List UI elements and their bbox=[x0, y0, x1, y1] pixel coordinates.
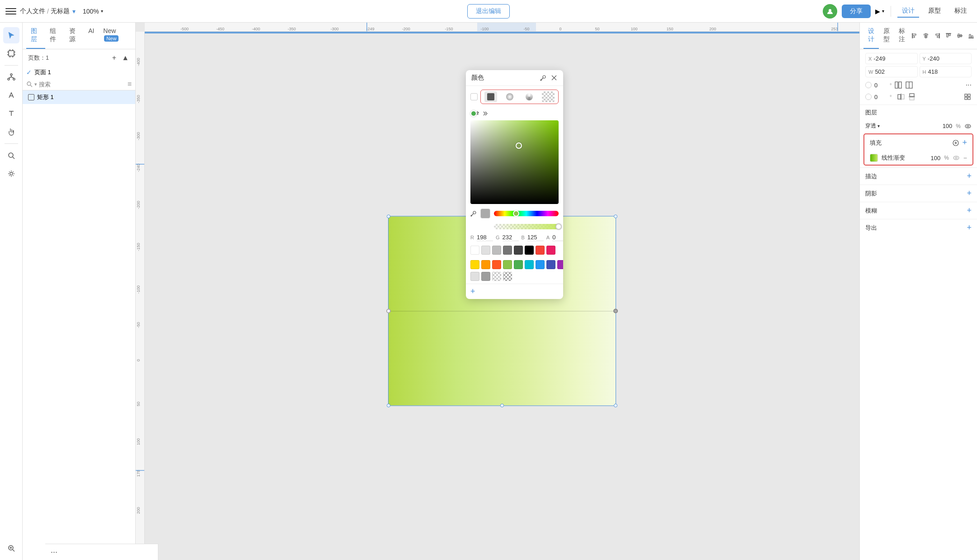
search-input[interactable] bbox=[39, 81, 128, 88]
swatch-dgray[interactable] bbox=[503, 246, 512, 255]
handle-tl[interactable] bbox=[387, 214, 390, 218]
tab-proto[interactable]: 原型 bbox=[924, 5, 945, 18]
align-top[interactable] bbox=[944, 31, 953, 41]
export-add-btn[interactable]: + bbox=[967, 223, 972, 233]
search-options[interactable]: ≡ bbox=[128, 80, 132, 88]
fill-remove-btn[interactable]: − bbox=[963, 154, 967, 161]
cp-hue-bar[interactable] bbox=[494, 211, 559, 216]
tool-hand[interactable] bbox=[3, 123, 19, 140]
blend-mode-select[interactable]: 穿透 ▾ bbox=[865, 122, 880, 130]
stroke-add-btn[interactable]: + bbox=[967, 171, 972, 181]
swatch-black[interactable] bbox=[525, 246, 534, 255]
w-field[interactable]: W 502 bbox=[865, 66, 918, 77]
swatch-check2[interactable] bbox=[503, 272, 512, 281]
run-button[interactable]: ▶ ▾ bbox=[875, 8, 884, 15]
layer-item-rect[interactable]: 矩形 1 bbox=[23, 90, 135, 104]
h-field[interactable]: H 418 bbox=[920, 66, 972, 77]
tool-text[interactable] bbox=[3, 105, 19, 122]
page-item-1[interactable]: ✓ 页面 1 bbox=[23, 66, 135, 78]
right-tab-design[interactable]: 设计 bbox=[863, 23, 879, 49]
cp-type-solid[interactable] bbox=[484, 91, 497, 102]
more-options-btn[interactable]: ··· bbox=[51, 547, 57, 557]
align-center-v[interactable] bbox=[955, 31, 965, 41]
add-page-btn[interactable]: + bbox=[111, 53, 117, 63]
cp-type-conical[interactable] bbox=[523, 91, 536, 102]
tab-layers[interactable]: 图层 bbox=[26, 23, 45, 49]
tab-ai[interactable]: AI bbox=[84, 23, 99, 49]
tab-mark[interactable]: 标注 bbox=[950, 5, 972, 18]
swatch-check1[interactable] bbox=[492, 272, 501, 281]
fill-settings-icon[interactable] bbox=[952, 139, 959, 147]
cp-alpha-handle[interactable] bbox=[555, 223, 562, 230]
swatch-orange-d[interactable] bbox=[492, 260, 501, 269]
corner-radio-2[interactable] bbox=[865, 94, 872, 100]
handle-bc[interactable] bbox=[500, 403, 504, 407]
cp-flip-btn[interactable] bbox=[482, 110, 488, 117]
swatch-yellow[interactable] bbox=[470, 260, 479, 269]
tool-frame[interactable] bbox=[3, 45, 19, 62]
swatch-red[interactable] bbox=[536, 246, 545, 255]
menu-icon[interactable] bbox=[5, 6, 16, 17]
swatch-lgray2[interactable] bbox=[470, 272, 479, 281]
tool-component[interactable] bbox=[3, 69, 19, 85]
swatch-lgray[interactable] bbox=[481, 246, 490, 255]
swatch-white[interactable] bbox=[470, 246, 479, 255]
cp-close-btn[interactable] bbox=[550, 74, 558, 81]
cp-add-color-btn[interactable]: + bbox=[470, 287, 475, 296]
y-field[interactable]: Y -240 bbox=[920, 53, 972, 64]
tool-plugins[interactable] bbox=[3, 166, 19, 182]
tool-pen[interactable] bbox=[3, 87, 19, 104]
cp-grad-handle-left[interactable] bbox=[470, 110, 477, 117]
align-bottom[interactable] bbox=[966, 31, 976, 41]
breadcrumb-title[interactable]: 无标题 bbox=[51, 7, 70, 15]
exit-edit-button[interactable]: 退出编辑 bbox=[467, 4, 510, 19]
x-field[interactable]: X -249 bbox=[865, 53, 918, 64]
b-input[interactable] bbox=[527, 234, 544, 241]
align-right[interactable] bbox=[932, 31, 942, 41]
gradient-handle-left[interactable] bbox=[386, 308, 391, 313]
resize-icon[interactable] bbox=[894, 81, 902, 89]
collapse-pages-btn[interactable]: ▲ bbox=[121, 53, 130, 63]
align-left[interactable] bbox=[910, 31, 920, 41]
swatch-lime[interactable] bbox=[503, 260, 512, 269]
shadow-add-btn[interactable]: + bbox=[967, 189, 972, 198]
fill-add-btn[interactable]: + bbox=[962, 138, 967, 147]
tab-new[interactable]: New New bbox=[99, 23, 132, 49]
swatch-mgray[interactable] bbox=[492, 246, 501, 255]
breadcrumb-personal[interactable]: 个人文件 bbox=[20, 7, 45, 15]
corner-radio-1[interactable] bbox=[865, 82, 872, 88]
blur-add-btn[interactable]: + bbox=[967, 206, 972, 215]
right-tab-proto[interactable]: 原型 bbox=[879, 23, 894, 49]
cp-type-checker[interactable] bbox=[542, 91, 555, 102]
tool-select[interactable] bbox=[3, 27, 19, 43]
flip-h-icon[interactable] bbox=[897, 93, 905, 101]
cp-eyedrop-btn[interactable] bbox=[540, 74, 547, 81]
cp-sat-handle[interactable] bbox=[516, 142, 522, 149]
handle-tr[interactable] bbox=[614, 214, 617, 218]
tab-components[interactable]: 组件 bbox=[45, 23, 64, 49]
cp-checkbox[interactable] bbox=[470, 93, 478, 100]
fill-visibility-icon[interactable] bbox=[953, 154, 960, 161]
g-input[interactable] bbox=[503, 234, 519, 241]
cp-alpha-bar[interactable] bbox=[494, 224, 559, 229]
scale-icon[interactable] bbox=[905, 81, 913, 89]
swatch-green[interactable] bbox=[514, 260, 523, 269]
tab-assets[interactable]: 资源 bbox=[65, 23, 84, 49]
gradient-handle-right[interactable] bbox=[613, 308, 618, 313]
handle-bl[interactable] bbox=[387, 403, 390, 407]
align-center-h[interactable] bbox=[921, 31, 931, 41]
expand-icon[interactable] bbox=[963, 93, 972, 101]
share-button[interactable]: 分享 bbox=[842, 5, 871, 18]
swatch-blue[interactable] bbox=[536, 260, 545, 269]
tool-search[interactable] bbox=[3, 147, 19, 164]
r-input[interactable] bbox=[477, 234, 493, 241]
breadcrumb-dropdown[interactable]: ▾ bbox=[72, 8, 76, 15]
flip-v-icon[interactable] bbox=[908, 93, 916, 101]
tool-zoom[interactable] bbox=[3, 540, 19, 556]
swatch-orange-l[interactable] bbox=[481, 260, 490, 269]
cp-eyedropper-icon[interactable] bbox=[470, 210, 477, 217]
swatch-indigo[interactable] bbox=[546, 260, 555, 269]
fill-color-swatch[interactable] bbox=[870, 154, 878, 162]
visibility-icon[interactable] bbox=[964, 123, 972, 130]
handle-br[interactable] bbox=[614, 403, 617, 407]
